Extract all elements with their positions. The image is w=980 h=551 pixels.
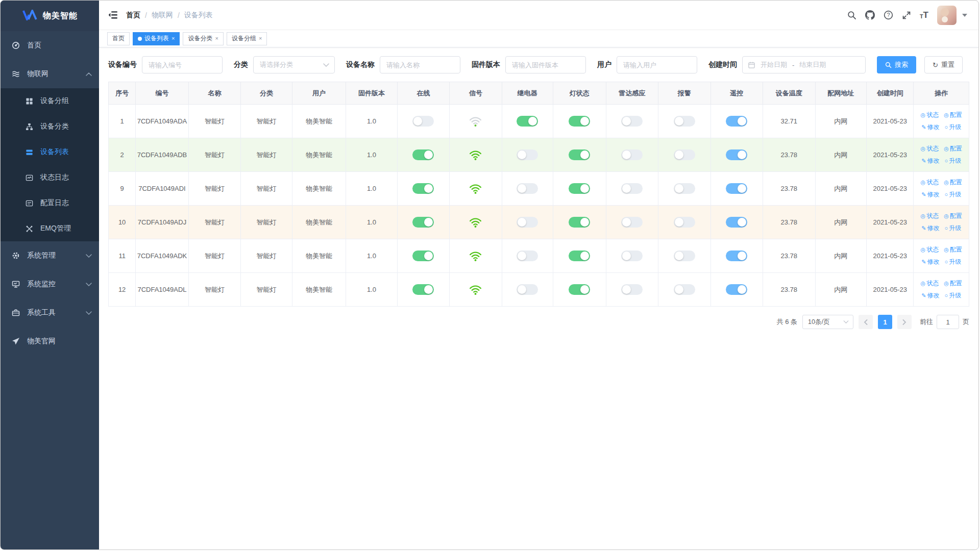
sidebar-item-device-list[interactable]: 设备列表 bbox=[1, 139, 99, 165]
relay-toggle[interactable] bbox=[517, 149, 538, 160]
op-config-link[interactable]: ◎配置 bbox=[944, 144, 962, 153]
radar-toggle[interactable] bbox=[621, 116, 643, 127]
op-upgrade-link[interactable]: ○升级 bbox=[944, 157, 961, 165]
page-number-button[interactable]: 1 bbox=[878, 315, 892, 329]
tab-close-icon[interactable]: × bbox=[259, 36, 262, 41]
online-toggle[interactable] bbox=[412, 217, 434, 228]
alarm-toggle[interactable] bbox=[674, 116, 695, 127]
tab-close-icon[interactable]: × bbox=[172, 36, 175, 41]
fullscreen-icon[interactable] bbox=[902, 11, 911, 20]
help-icon[interactable]: ? bbox=[884, 10, 893, 20]
date-range-picker[interactable]: 开始日期 - 结束日期 bbox=[742, 56, 866, 73]
op-edit-link[interactable]: ✎修改 bbox=[921, 123, 939, 132]
op-upgrade-link[interactable]: ○升级 bbox=[944, 258, 961, 266]
remote-toggle[interactable] bbox=[726, 149, 747, 160]
reset-button[interactable]: ↻ 重置 bbox=[924, 56, 963, 73]
tab-home[interactable]: 首页 bbox=[107, 32, 130, 45]
radar-toggle[interactable] bbox=[621, 284, 643, 295]
online-toggle[interactable] bbox=[412, 183, 434, 194]
sidebar-item-device-category[interactable]: 设备分类 bbox=[1, 114, 99, 139]
tab-device-group[interactable]: 设备分组× bbox=[227, 32, 267, 45]
light-toggle[interactable] bbox=[569, 284, 590, 295]
sidebar-item-status-log[interactable]: 状态日志 bbox=[1, 165, 99, 190]
online-toggle[interactable] bbox=[412, 149, 434, 160]
op-status-link[interactable]: ◎状态 bbox=[921, 111, 939, 119]
remote-toggle[interactable] bbox=[726, 116, 747, 127]
remote-toggle[interactable] bbox=[726, 284, 747, 295]
op-status-link[interactable]: ◎状态 bbox=[921, 279, 939, 288]
relay-toggle[interactable] bbox=[517, 183, 538, 194]
op-config-link[interactable]: ◎配置 bbox=[944, 111, 962, 119]
search-icon[interactable] bbox=[847, 11, 856, 20]
radar-toggle[interactable] bbox=[621, 149, 643, 160]
op-edit-link[interactable]: ✎修改 bbox=[921, 291, 939, 300]
op-status-link[interactable]: ◎状态 bbox=[921, 178, 939, 187]
device-code-input[interactable] bbox=[142, 56, 223, 73]
sidebar-item-device-group[interactable]: 设备分组 bbox=[1, 88, 99, 114]
alarm-toggle[interactable] bbox=[674, 217, 695, 228]
op-upgrade-link[interactable]: ○升级 bbox=[944, 123, 961, 132]
remote-toggle[interactable] bbox=[726, 217, 747, 228]
font-size-icon[interactable]: TT bbox=[920, 11, 928, 19]
alarm-toggle[interactable] bbox=[674, 149, 695, 160]
github-icon[interactable] bbox=[865, 10, 875, 20]
sidebar-item-home[interactable]: 首页 bbox=[1, 31, 99, 60]
prev-page-button[interactable] bbox=[859, 315, 873, 329]
op-edit-link[interactable]: ✎修改 bbox=[921, 190, 939, 199]
search-button[interactable]: 搜索 bbox=[877, 56, 916, 73]
tab-device-category[interactable]: 设备分类× bbox=[183, 32, 223, 45]
remote-toggle[interactable] bbox=[726, 183, 747, 194]
sidebar-fold-icon[interactable] bbox=[108, 11, 118, 19]
sidebar-item-emq[interactable]: EMQ管理 bbox=[1, 216, 99, 241]
sidebar-item-iot[interactable]: 物联网 bbox=[1, 60, 99, 88]
online-toggle[interactable] bbox=[412, 116, 434, 127]
firmware-input[interactable] bbox=[505, 56, 586, 73]
online-toggle[interactable] bbox=[412, 251, 434, 261]
op-upgrade-link[interactable]: ○升级 bbox=[944, 224, 961, 233]
op-edit-link[interactable]: ✎修改 bbox=[921, 157, 939, 165]
sidebar-item-system-tools[interactable]: 系统工具 bbox=[1, 298, 99, 327]
op-upgrade-link[interactable]: ○升级 bbox=[944, 291, 961, 300]
op-config-link[interactable]: ◎配置 bbox=[944, 279, 962, 288]
light-toggle[interactable] bbox=[569, 251, 590, 261]
goto-page-input[interactable] bbox=[937, 315, 959, 329]
op-upgrade-link[interactable]: ○升级 bbox=[944, 190, 961, 199]
op-status-link[interactable]: ◎状态 bbox=[921, 245, 939, 254]
op-status-link[interactable]: ◎状态 bbox=[921, 212, 939, 220]
user-input[interactable] bbox=[617, 56, 697, 73]
light-toggle[interactable] bbox=[569, 183, 590, 194]
relay-toggle[interactable] bbox=[517, 116, 538, 127]
light-toggle[interactable] bbox=[569, 149, 590, 160]
category-select[interactable]: 请选择分类 bbox=[253, 56, 335, 73]
device-name-input[interactable] bbox=[380, 56, 460, 73]
online-toggle[interactable] bbox=[412, 284, 434, 295]
breadcrumb-item[interactable]: 首页 bbox=[126, 11, 140, 20]
op-config-link[interactable]: ◎配置 bbox=[944, 245, 962, 254]
alarm-toggle[interactable] bbox=[674, 251, 695, 261]
radar-toggle[interactable] bbox=[621, 183, 643, 194]
tab-close-icon[interactable]: × bbox=[215, 36, 218, 41]
sidebar-item-system-manage[interactable]: 系统管理 bbox=[1, 241, 99, 270]
radar-toggle[interactable] bbox=[621, 251, 643, 261]
light-toggle[interactable] bbox=[569, 217, 590, 228]
caret-down-icon[interactable] bbox=[962, 14, 967, 17]
next-page-button[interactable] bbox=[897, 315, 912, 329]
relay-toggle[interactable] bbox=[517, 284, 538, 295]
alarm-toggle[interactable] bbox=[674, 183, 695, 194]
page-size-select[interactable]: 10条/页 bbox=[802, 315, 853, 329]
relay-toggle[interactable] bbox=[517, 217, 538, 228]
remote-toggle[interactable] bbox=[726, 251, 747, 261]
app-logo[interactable]: 物美智能 bbox=[1, 1, 99, 31]
light-toggle[interactable] bbox=[569, 116, 590, 127]
sidebar-item-official-site[interactable]: 物美官网 bbox=[1, 327, 99, 356]
op-config-link[interactable]: ◎配置 bbox=[944, 212, 962, 220]
tab-device-list[interactable]: 设备列表× bbox=[133, 32, 180, 45]
relay-toggle[interactable] bbox=[517, 251, 538, 261]
radar-toggle[interactable] bbox=[621, 217, 643, 228]
alarm-toggle[interactable] bbox=[674, 284, 695, 295]
op-config-link[interactable]: ◎配置 bbox=[944, 178, 962, 187]
sidebar-item-system-monitor[interactable]: 系统监控 bbox=[1, 270, 99, 298]
op-status-link[interactable]: ◎状态 bbox=[921, 144, 939, 153]
user-avatar[interactable] bbox=[937, 6, 957, 25]
op-edit-link[interactable]: ✎修改 bbox=[921, 258, 939, 266]
